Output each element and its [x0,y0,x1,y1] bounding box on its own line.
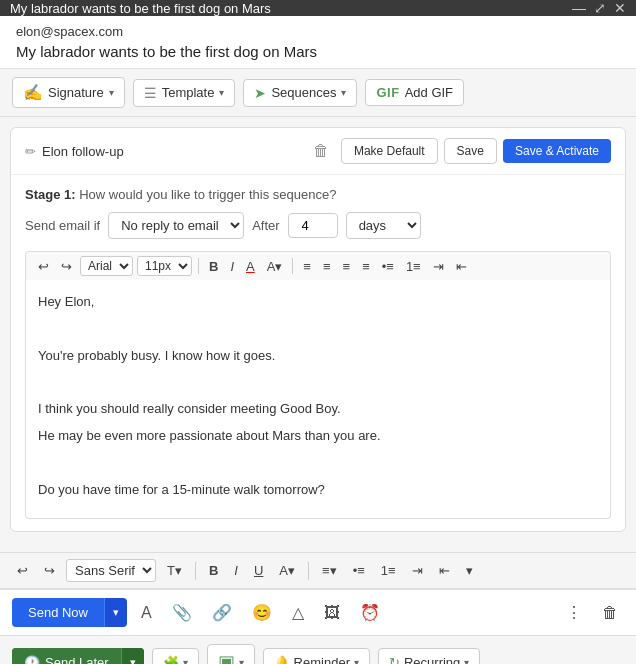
green-square-button[interactable]: ▣ ▾ [207,644,255,664]
send-later-label: Send Later [45,655,109,664]
send-now-button[interactable]: Send Now [12,598,104,627]
recurring-icon: ↻ [389,655,400,664]
main-redo-button[interactable]: ↪ [39,560,60,581]
main-font-family-select[interactable]: Sans Serif [66,559,156,582]
font-family-select[interactable]: Arial [80,256,133,276]
window-title: My labrador wants to be the first dog on… [10,1,271,16]
main-outdent-button[interactable]: ⇤ [434,560,455,581]
main-undo-button[interactable]: ↩ [12,560,33,581]
drive-icon-button[interactable]: △ [286,599,310,626]
save-activate-button[interactable]: Save & Activate [503,139,611,163]
italic-button[interactable]: I [226,257,238,276]
main-font-size-button[interactable]: T▾ [162,560,187,581]
sequence-name-area: ✏ Elon follow-up [25,144,124,159]
main-unordered-list-button[interactable]: •≡ [348,560,370,581]
image-icon-button[interactable]: 🖼 [318,600,346,626]
indent-button[interactable]: ⇥ [429,257,448,276]
add-gif-button[interactable]: GIF Add GIF [365,79,464,106]
bold-button[interactable]: B [205,257,222,276]
recurring-label: Recurring [404,655,460,664]
template-chevron-icon: ▾ [219,87,224,98]
main-bold-button[interactable]: B [204,560,223,581]
puzzle-button[interactable]: 🧩 ▾ [152,648,199,664]
undo-button[interactable]: ↩ [34,257,53,276]
main-indent-button[interactable]: ⇥ [407,560,428,581]
email-line-5: I think you should really consider meeti… [38,399,598,420]
email-line-8: Do you have time for a 15-minute walk to… [38,480,598,501]
email-line-6: He may be even more passionate about Mar… [38,426,598,447]
make-default-button[interactable]: Make Default [341,138,438,164]
sequences-icon: ➤ [254,85,266,101]
main-align-button[interactable]: ≡▾ [317,560,342,581]
reminder-chevron-icon: ▾ [354,657,359,664]
after-label: After [252,218,279,233]
unordered-list-button[interactable]: •≡ [378,257,398,276]
gif-icon: GIF [376,85,399,100]
window-controls: — ⤢ ✕ [572,0,626,16]
link-icon-button[interactable]: 🔗 [206,599,238,626]
bell-icon: 🔔 [274,655,290,664]
align-right-button[interactable]: ≡ [339,257,355,276]
emoji-icon-button[interactable]: 😊 [246,599,278,626]
main-italic-button[interactable]: I [229,560,243,581]
outdent-button[interactable]: ⇤ [452,257,471,276]
main-more-button[interactable]: ▾ [461,560,478,581]
send-later-chevron-button[interactable]: ▾ [121,648,144,664]
sequence-name-label: Elon follow-up [42,144,124,159]
delete-draft-button[interactable]: 🗑 [596,600,624,626]
justify-button[interactable]: ≡ [358,257,374,276]
email-subject: My labrador wants to be the first dog on… [16,43,620,60]
email-header: elon@spacex.com My labrador wants to be … [0,16,636,69]
sequence-card: ✏ Elon follow-up 🗑 Make Default Save Sav… [10,127,626,532]
sequences-button[interactable]: ➤ Sequences ▾ [243,79,357,107]
more-options-button[interactable]: ⋮ [560,599,588,626]
send-later-button[interactable]: 🕐 Send Later [12,648,121,664]
maximize-button[interactable]: ⤢ [594,0,606,16]
green-square-icon: ▣ [218,651,235,664]
signature-icon: ✍ [23,83,43,102]
green-square-chevron-icon: ▾ [239,657,244,664]
save-button[interactable]: Save [444,138,497,164]
font-size-select[interactable]: 11px [137,256,192,276]
ordered-list-button[interactable]: 1≡ [402,257,425,276]
recurring-chevron-icon: ▾ [464,657,469,664]
title-bar: My labrador wants to be the first dog on… [0,0,636,16]
compose-toolbar: ✍ Signature ▾ ☰ Template ▾ ➤ Sequences ▾… [0,69,636,117]
send-if-select[interactable]: No reply to email Reply to email Always [108,212,244,239]
template-button[interactable]: ☰ Template ▾ [133,79,236,107]
email-line-4 [38,372,598,393]
stage-label: Stage 1: How would you like to trigger t… [25,187,611,202]
font-color-button[interactable]: A [242,257,259,276]
delete-sequence-button[interactable]: 🗑 [307,138,335,164]
main-ordered-list-button[interactable]: 1≡ [376,560,401,581]
reminder-button[interactable]: 🔔 Reminder ▾ [263,648,370,664]
redo-button[interactable]: ↪ [57,257,76,276]
add-gif-label: Add GIF [405,85,453,100]
stage-prompt: How would you like to trigger this seque… [79,187,336,202]
inner-editor-toolbar: ↩ ↪ Arial 11px B I A A▾ ≡ ≡ ≡ [25,251,611,280]
highlight-button[interactable]: A▾ [263,257,287,276]
stage-area: Stage 1: How would you like to trigger t… [11,175,625,531]
recurring-button[interactable]: ↻ Recurring ▾ [378,648,480,664]
days-select[interactable]: days hours weeks [346,212,421,239]
minimize-button[interactable]: — [572,0,586,16]
inner-editor-body[interactable]: Hey Elon, You're probably busy. I know h… [25,280,611,519]
main-underline-button[interactable]: U [249,560,268,581]
sequence-actions: 🗑 Make Default Save Save & Activate [307,138,611,164]
schedule-icon-button[interactable]: ⏰ [354,599,386,626]
align-left-button[interactable]: ≡ [299,257,315,276]
email-to: elon@spacex.com [16,24,620,39]
text-color-icon-button[interactable]: A [135,600,158,626]
after-value-input[interactable] [288,213,338,238]
attachment-icon-button[interactable]: 📎 [166,599,198,626]
puzzle-chevron-icon: ▾ [183,657,188,664]
main-font-color-button[interactable]: A▾ [274,560,300,581]
signature-button[interactable]: ✍ Signature ▾ [12,77,125,108]
align-center-button[interactable]: ≡ [319,257,335,276]
send-now-chevron-button[interactable]: ▾ [104,598,127,627]
main-toolbar-sep-2 [308,562,309,580]
close-button[interactable]: ✕ [614,0,626,16]
sequence-card-header: ✏ Elon follow-up 🗑 Make Default Save Sav… [11,128,625,175]
stage-number: Stage 1: [25,187,76,202]
email-line-1: Hey Elon, [38,292,598,313]
